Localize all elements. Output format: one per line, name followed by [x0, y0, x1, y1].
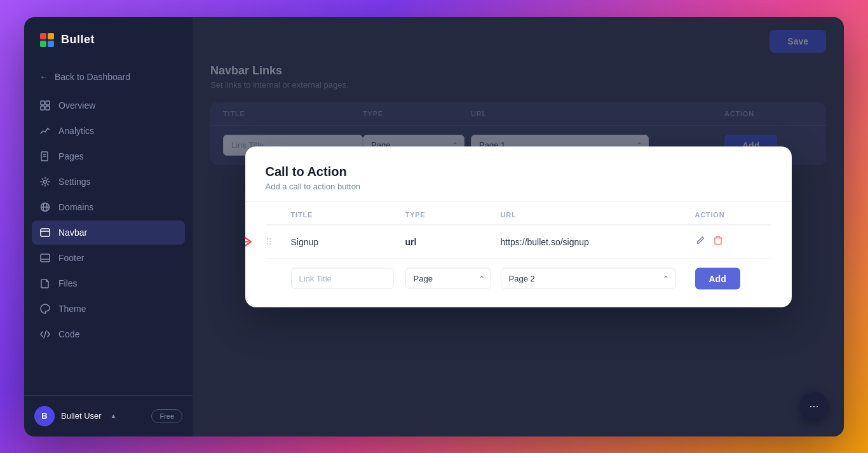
modal-col-url: URL [501, 210, 695, 218]
avatar: B [34, 406, 55, 426]
modal-type-select-cell: Page URL ⌃ [405, 268, 501, 289]
modal-url-select[interactable]: Page 1 Page 2 [501, 268, 675, 289]
sidebar-item-files[interactable]: Files [32, 271, 185, 295]
pages-icon [39, 151, 51, 162]
chat-button[interactable]: ··· [799, 392, 829, 421]
sidebar-item-label: Files [58, 278, 78, 288]
modal-col-type: TYPE [405, 210, 501, 218]
delete-icon[interactable] [713, 235, 723, 248]
modal-table-header: TITLE TYPE URL ACTION [266, 201, 771, 225]
logo-text: Bullet [61, 33, 95, 46]
modal-header: Call to Action Add a call to action butt… [245, 146, 792, 201]
sidebar-item-label: Theme [58, 304, 86, 314]
analytics-icon [39, 125, 51, 137]
sidebar-item-settings[interactable]: Settings [32, 170, 185, 194]
sidebar-back-label: Back to Dashboard [55, 72, 130, 82]
logo-sq-blue [48, 41, 54, 47]
sidebar-item-domains[interactable]: Domains [32, 195, 185, 219]
chat-icon: ··· [809, 400, 818, 413]
plan-badge[interactable]: Free [151, 409, 182, 423]
sidebar-item-label: Navbar [58, 227, 87, 238]
modal-col-action: ACTION [695, 210, 771, 218]
domains-icon [39, 201, 51, 213]
sidebar-nav: ← Back to Dashboard Overview [24, 60, 193, 395]
modal-input-row: Page URL ⌃ Page 1 Page 2 ⌃ [266, 259, 771, 289]
modal-title: Call to Action [266, 164, 771, 179]
svg-rect-13 [41, 254, 50, 262]
modal-title-input-cell [291, 268, 405, 289]
svg-rect-3 [46, 106, 50, 110]
sidebar-item-label: Settings [58, 177, 91, 187]
sidebar-item-label: Domains [58, 202, 93, 212]
sidebar-back-button[interactable]: ← Back to Dashboard [32, 65, 185, 88]
theme-icon [39, 303, 51, 314]
row-type: url [405, 236, 501, 247]
sidebar-item-label: Pages [58, 151, 84, 161]
sidebar-item-label: Analytics [58, 126, 94, 136]
svg-rect-0 [41, 101, 44, 105]
logo-sq-green [40, 41, 46, 47]
back-arrow-icon: ← [39, 72, 48, 82]
sidebar-item-label: Overview [58, 100, 95, 111]
modal-data-row: ⠿ Signup url https://bullet.so/signup [266, 225, 771, 259]
svg-line-15 [44, 330, 46, 338]
files-icon [39, 278, 51, 289]
grid-icon [39, 100, 51, 111]
svg-point-7 [44, 180, 47, 183]
sidebar-footer: B Bullet User ▲ Free [24, 395, 193, 436]
drag-handle[interactable]: ⠿ [266, 236, 291, 247]
settings-icon [39, 176, 51, 187]
logo: Bullet [24, 17, 193, 60]
logo-sq-red [40, 33, 46, 39]
svg-rect-11 [41, 229, 50, 236]
sidebar-item-label: Footer [58, 253, 84, 263]
chevron-up-icon: ▲ [111, 412, 117, 419]
modal-col-title: TITLE [291, 210, 405, 218]
main-content: Save Navbar Links Set links to internal … [193, 17, 844, 436]
modal-col-drag [266, 210, 291, 218]
code-icon [39, 328, 51, 340]
modal-link-title-input[interactable] [291, 268, 394, 289]
sidebar-item-footer[interactable]: Footer [32, 246, 185, 270]
row-actions [695, 235, 771, 248]
sidebar-item-pages[interactable]: Pages [32, 144, 185, 168]
row-title: Signup [291, 236, 405, 247]
arrow-indicator [245, 232, 259, 251]
modal-type-select[interactable]: Page URL [405, 268, 491, 289]
user-name: Bullet User [61, 411, 102, 421]
sidebar-item-overview[interactable]: Overview [32, 93, 185, 118]
modal-body: TITLE TYPE URL ACTION ⠿ Signup [245, 201, 792, 307]
sidebar: Bullet ← Back to Dashboard Overview [24, 17, 193, 436]
edit-icon[interactable] [695, 235, 705, 248]
sidebar-item-analytics[interactable]: Analytics [32, 119, 185, 143]
modal-url-select-cell: Page 1 Page 2 ⌃ [501, 268, 695, 289]
modal-add-button-cell: Add [695, 267, 771, 289]
navbar-icon [39, 227, 51, 238]
logo-icon [38, 31, 56, 49]
row-url: https://bullet.so/signup [501, 236, 695, 247]
svg-rect-2 [41, 106, 44, 110]
svg-rect-1 [46, 101, 50, 105]
sidebar-item-theme[interactable]: Theme [32, 297, 185, 321]
modal-add-button[interactable]: Add [695, 267, 740, 289]
call-to-action-modal: Call to Action Add a call to action butt… [245, 146, 792, 307]
logo-sq-yellow [48, 33, 54, 39]
user-info[interactable]: B Bullet User ▲ [34, 406, 116, 426]
sidebar-item-navbar[interactable]: Navbar [32, 220, 185, 245]
sidebar-item-label: Code [58, 329, 79, 339]
footer-icon [39, 252, 51, 264]
sidebar-item-code[interactable]: Code [32, 322, 185, 346]
modal-description: Add a call to action button [266, 181, 771, 191]
